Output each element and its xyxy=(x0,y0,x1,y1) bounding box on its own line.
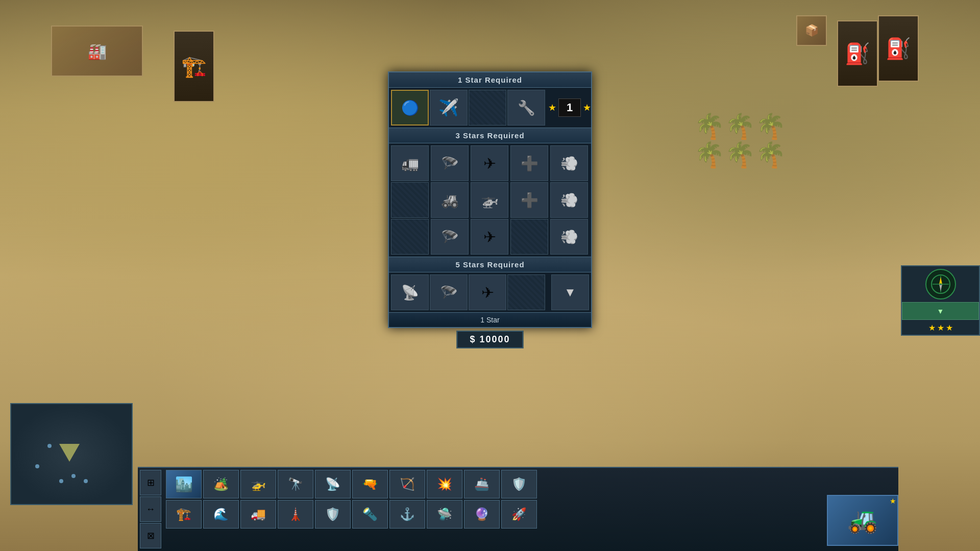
unit-thumb-7[interactable]: 🏹 xyxy=(389,470,425,498)
svg-marker-3 xyxy=(939,277,942,284)
upgrade-item-para1[interactable]: 🪂 xyxy=(431,145,469,181)
jet2-icon: ✈ xyxy=(469,275,506,310)
one-star-items: 🔵 ✈️ 🔧 xyxy=(391,90,545,126)
ion-cannon-icon: 🔵 xyxy=(392,91,428,124)
jet-icon: ✈ xyxy=(471,219,508,254)
compass-display xyxy=(925,269,956,299)
five-star-section: 📡 🪂 ✈ ▼ xyxy=(389,272,591,312)
unit-thumb-14[interactable]: 🗼 xyxy=(278,500,313,529)
unit-grid-container: 🏙️ 🏕️ 🚁 🔭 📡 🔫 🏹 💥 🚢 🛡️ 🏗️ 🌊 🚚 🗼 🛡️ 🔦 ⚓ 🛸… xyxy=(166,470,896,529)
upgrade-item-napalm1[interactable]: 💨 xyxy=(550,145,588,181)
star-right-icon: ★ xyxy=(583,102,591,113)
unit-thumb-5[interactable]: 📡 xyxy=(315,470,351,498)
unit-thumb-13[interactable]: 🚚 xyxy=(240,500,276,529)
right-panel-down-btn[interactable]: ▼ xyxy=(902,302,979,320)
upgrade-item-napalm3[interactable]: 💨 xyxy=(550,219,588,255)
star3-icon: ★ xyxy=(946,323,953,333)
unit-preview: 🚜 ★ xyxy=(827,495,898,546)
star2-icon: ★ xyxy=(937,323,944,333)
upgrade-item-radar[interactable]: 📡 xyxy=(391,274,429,310)
upgrade-item-jet2[interactable]: ✈ xyxy=(469,274,506,310)
unit-thumb-10[interactable]: 🛡️ xyxy=(501,470,537,498)
unit-thumb-6[interactable]: 🔫 xyxy=(352,470,388,498)
medic2-icon: ➕ xyxy=(511,183,548,217)
upgrade-item-medic1[interactable]: ➕ xyxy=(510,145,548,181)
upgrade-item-ion-cannon[interactable]: 🔵 xyxy=(391,90,429,126)
panel-footer: 1 Star xyxy=(389,312,591,327)
upgrade-item-crawler[interactable]: 🚜 xyxy=(431,182,469,218)
unit-thumb-3[interactable]: 🚁 xyxy=(240,470,276,498)
aircraft-icon: ✈️ xyxy=(430,90,467,125)
minimap-dot-1 xyxy=(47,444,52,448)
bottom-btn-3[interactable]: ⊠ xyxy=(140,523,161,548)
upgrade-item-repair[interactable]: 🔧 xyxy=(507,90,545,126)
minimap-inner xyxy=(11,404,132,504)
unit-thumb-8[interactable]: 💥 xyxy=(427,470,462,498)
section-header-one-star: 1 Star Required xyxy=(389,72,591,88)
scroll-down-button[interactable]: ▼ xyxy=(551,274,589,310)
bottom-left-buttons: ⊞ ↔ ⊠ xyxy=(138,468,163,551)
upgrade-item-empty-1[interactable] xyxy=(469,90,506,126)
unit-thumb-9[interactable]: 🚢 xyxy=(464,470,500,498)
top-left-derrick: 🏗️ xyxy=(174,31,214,102)
money-display: $ 10000 xyxy=(456,331,523,348)
napalm1-icon: 💨 xyxy=(551,146,587,181)
upgrade-item-aircraft[interactable]: ✈️ xyxy=(430,90,468,126)
svg-marker-4 xyxy=(939,284,942,291)
right-panel-stars: ★ ★ ★ xyxy=(902,321,979,335)
star1-icon: ★ xyxy=(928,323,936,333)
unit-thumb-17[interactable]: ⚓ xyxy=(389,500,425,529)
minimap-viewport-indicator xyxy=(59,444,80,462)
unit-thumb-12[interactable]: 🌊 xyxy=(203,500,239,529)
unit-thumb-20[interactable]: 🚀 xyxy=(501,500,537,529)
unit-thumb-18[interactable]: 🛸 xyxy=(427,500,462,529)
star-counter-row: ★ 1 ★ xyxy=(546,96,593,119)
upgrade-item-empty-5[interactable] xyxy=(507,274,545,310)
star-count-display: 1 xyxy=(558,98,581,117)
unit-thumb-1[interactable]: 🏙️ xyxy=(166,470,202,498)
upgrade-item-empty-2[interactable] xyxy=(391,182,429,218)
upgrade-item-napalm2[interactable]: 💨 xyxy=(550,182,588,218)
section-header-three-star: 3 Stars Required xyxy=(389,128,591,143)
bottom-btn-1[interactable]: ⊞ xyxy=(140,470,161,495)
minimap-dot-3 xyxy=(71,474,76,478)
unit-thumb-16[interactable]: 🔦 xyxy=(352,500,388,529)
upgrade-item-medic2[interactable]: ➕ xyxy=(510,182,548,218)
upgrade-item-bomber[interactable]: ✈ xyxy=(471,145,508,181)
upgrade-item-empty-4[interactable] xyxy=(510,219,548,255)
medic1-icon: ➕ xyxy=(511,146,548,181)
unit-thumb-11[interactable]: 🏗️ xyxy=(166,500,202,529)
upgrade-item-blimp[interactable]: 🚁 xyxy=(471,182,508,218)
section-header-five-star: 5 Stars Required xyxy=(389,257,591,272)
blimp-icon: 🚁 xyxy=(471,183,508,217)
top-left-structure: 🏭 xyxy=(51,26,143,77)
unit-thumb-4[interactable]: 🔭 xyxy=(278,470,313,498)
upgrade-item-para2[interactable]: 🪂 xyxy=(431,219,469,255)
napalm2-icon: 💨 xyxy=(551,183,587,217)
top-right-crate: 📦 xyxy=(796,15,827,46)
repair-icon: 🔧 xyxy=(508,90,545,125)
minimap-dot-5 xyxy=(59,479,63,483)
unit-preview-image: 🚜 xyxy=(828,496,897,545)
bottom-bar: ⊞ ↔ ⊠ 🏙️ 🏕️ 🚁 🔭 📡 🔫 🏹 💥 🚢 🛡️ 🏗️ 🌊 🚚 🗼 🛡️… xyxy=(138,467,898,551)
bottom-btn-2[interactable]: ↔ xyxy=(140,496,161,522)
para1-icon: 🪂 xyxy=(431,146,468,181)
upgrade-panel: 1 Star Required 🔵 ✈️ 🔧 ★ 1 ★ 3 Stars Req… xyxy=(388,71,592,328)
minimap-dot-2 xyxy=(35,464,39,468)
palm-trees: 🌴🌴🌴🌴🌴🌴 xyxy=(694,112,786,255)
upgrade-item-para3[interactable]: 🪂 xyxy=(430,274,468,310)
upgrade-item-jet[interactable]: ✈ xyxy=(471,219,508,255)
unit-thumb-2[interactable]: 🏕️ xyxy=(203,470,239,498)
unit-thumb-15[interactable]: 🛡️ xyxy=(315,500,351,529)
crawler-icon: 🚜 xyxy=(431,183,468,217)
upgrade-item-transport[interactable]: 🚛 xyxy=(391,145,429,181)
three-star-grid: 🚛 🪂 ✈ ➕ 💨 🚜 🚁 ➕ 💨 🪂 xyxy=(389,143,591,257)
top-right-structure: ⛽ xyxy=(837,20,878,87)
para3-icon: 🪂 xyxy=(430,275,467,310)
right-panel: ▼ ★ ★ ★ xyxy=(901,265,980,336)
unit-preview-star: ★ xyxy=(890,497,896,505)
transport-icon: 🚛 xyxy=(391,146,428,181)
radar-icon: 📡 xyxy=(391,275,428,310)
unit-thumb-19[interactable]: 🔮 xyxy=(464,500,500,529)
upgrade-item-empty-3[interactable] xyxy=(391,219,429,255)
